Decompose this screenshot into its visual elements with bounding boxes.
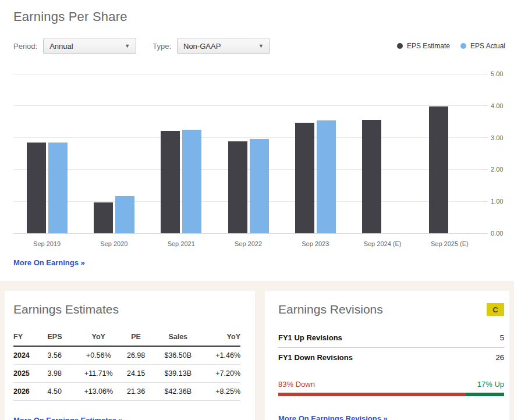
- estimates-table: FY EPS YoY PE Sales YoY 2024 3.56 +0.56%…: [13, 329, 240, 401]
- gridline: [13, 105, 483, 106]
- chevron-down-icon: ▼: [125, 43, 130, 49]
- cell-fy: 2025: [13, 365, 48, 383]
- chart-legend: EPS Estimate EPS Actual: [397, 42, 505, 50]
- y-axis-label: 0.00: [491, 230, 503, 237]
- bar-eps-actual[interactable]: [317, 120, 336, 233]
- bar-eps-actual[interactable]: [48, 143, 68, 233]
- type-select-value: Non-GAAP: [183, 42, 258, 51]
- bar-eps-estimate[interactable]: [362, 120, 381, 233]
- actual-dot-icon: [460, 43, 466, 49]
- eps-bar-chart: 0.001.002.003.004.005.00Sep 2019Sep 2020…: [0, 74, 514, 248]
- col-header-eps: EPS: [48, 329, 80, 346]
- bar-eps-estimate[interactable]: [228, 141, 247, 233]
- earnings-page: Earnings Per Share Period: Annual ▼ Type…: [0, 0, 514, 420]
- down-percent-label: 83% Down: [278, 380, 315, 389]
- cell-fy: 2026: [13, 383, 48, 401]
- down-revisions-label: FY1 Down Revisions: [278, 353, 353, 362]
- cell-sales-yoy: +7.20%: [202, 365, 240, 383]
- cell-pe: 24.15: [118, 365, 154, 383]
- up-percent-label: 17% Up: [477, 380, 504, 389]
- list-item: FY1 Down Revisions 26: [278, 347, 504, 367]
- cell-pe: 26.98: [118, 346, 154, 365]
- meter-down-segment: [278, 393, 466, 396]
- more-on-earnings-link[interactable]: More On Earnings »: [13, 258, 85, 267]
- y-axis-label: 3.00: [491, 134, 503, 141]
- meter-up-segment: [466, 393, 504, 396]
- col-header-pe: PE: [118, 329, 154, 346]
- y-axis-label: 2.00: [491, 166, 503, 173]
- col-header-eps-yoy: YoY: [79, 329, 118, 346]
- y-axis-label: 5.00: [491, 70, 503, 77]
- bar-eps-estimate[interactable]: [429, 106, 448, 233]
- cell-eps-yoy: +13.06%: [79, 383, 118, 401]
- cell-sales: $39.13B: [154, 365, 202, 383]
- cell-pe: 21.36: [118, 383, 154, 401]
- x-axis-label: Sep 2019: [33, 240, 61, 247]
- gridline: [13, 201, 483, 202]
- earnings-estimates-card: Earnings Estimates FY EPS YoY PE Sales Y…: [5, 291, 255, 420]
- gridline: [13, 169, 483, 170]
- bar-eps-estimate[interactable]: [295, 123, 314, 233]
- cell-eps: 3.98: [48, 365, 80, 383]
- y-axis-label: 1.00: [491, 198, 503, 205]
- cell-sales: $36.50B: [154, 346, 202, 365]
- bar-eps-actual[interactable]: [250, 139, 269, 233]
- cell-eps: 4.50: [48, 383, 80, 401]
- bottom-section: Earnings Estimates FY EPS YoY PE Sales Y…: [0, 281, 514, 420]
- cell-sales-yoy: +1.46%: [202, 346, 240, 365]
- revisions-meter-bar: [278, 393, 504, 396]
- legend-item-actual[interactable]: EPS Actual: [460, 42, 505, 50]
- gridline: [13, 74, 483, 74]
- bar-eps-actual[interactable]: [182, 130, 201, 233]
- period-select-value: Annual: [49, 42, 125, 51]
- cell-fy: 2024: [13, 346, 48, 365]
- chevron-down-icon: ▼: [258, 43, 264, 49]
- bar-eps-estimate[interactable]: [94, 202, 113, 233]
- col-header-fy: FY: [13, 329, 48, 346]
- cell-sales-yoy: +8.25%: [202, 383, 240, 401]
- more-on-estimates-link[interactable]: More On Earnings Estimates »: [13, 416, 123, 420]
- x-axis-label: Sep 2020: [100, 240, 127, 247]
- y-axis-tick: [483, 169, 488, 170]
- cell-eps-yoy: +11.71%: [79, 365, 118, 383]
- revisions-title: Earnings Revisions: [278, 302, 383, 316]
- bar-eps-actual[interactable]: [115, 196, 134, 233]
- chart-controls: Period: Annual ▼ Type: Non-GAAP ▼ EPS Es…: [13, 38, 505, 54]
- gridline: [13, 233, 483, 234]
- revisions-grade-badge[interactable]: C: [487, 303, 504, 316]
- period-select[interactable]: Annual ▼: [43, 38, 136, 54]
- revisions-meter: 83% Down 17% Up: [278, 380, 504, 396]
- legend-item-estimate[interactable]: EPS Estimate: [397, 42, 450, 50]
- x-axis-label: Sep 2025 (E): [431, 240, 469, 247]
- eps-chart-plot: [13, 74, 483, 233]
- eps-section: Earnings Per Share Period: Annual ▼ Type…: [0, 0, 514, 281]
- table-row: 2024 3.56 +0.56% 26.98 $36.50B +1.46%: [13, 346, 240, 365]
- x-axis-label: Sep 2022: [235, 240, 262, 247]
- up-revisions-label: FY1 Up Revisions: [278, 333, 342, 342]
- y-axis-label: 4.00: [491, 102, 503, 109]
- y-axis-tick: [483, 74, 488, 74]
- bar-eps-estimate[interactable]: [161, 131, 180, 233]
- cell-sales: $42.36B: [154, 383, 202, 401]
- revisions-rows: FY1 Up Revisions 5 FY1 Down Revisions 26: [278, 328, 504, 367]
- type-select[interactable]: Non-GAAP ▼: [177, 38, 270, 54]
- gridline: [13, 137, 483, 138]
- more-on-revisions-link[interactable]: More On Earnings Revisions »: [278, 414, 388, 420]
- col-header-sales: Sales: [154, 329, 202, 346]
- down-revisions-value: 26: [496, 353, 504, 362]
- y-axis-tick: [483, 233, 488, 234]
- x-axis-label: Sep 2023: [302, 240, 329, 247]
- type-label: Type:: [153, 42, 171, 51]
- y-axis-tick: [483, 137, 488, 138]
- list-item: FY1 Up Revisions 5: [278, 328, 504, 347]
- legend-estimate-label: EPS Estimate: [407, 42, 450, 50]
- estimates-header-row: FY EPS YoY PE Sales YoY: [13, 329, 240, 346]
- cell-eps: 3.56: [48, 346, 80, 365]
- table-row: 2025 3.98 +11.71% 24.15 $39.13B +7.20%: [13, 365, 240, 383]
- period-label: Period:: [13, 42, 37, 51]
- page-title: Earnings Per Share: [13, 9, 127, 24]
- y-axis-tick: [483, 201, 488, 202]
- bar-eps-estimate[interactable]: [27, 143, 46, 233]
- table-row: 2026 4.50 +13.06% 21.36 $42.36B +8.25%: [13, 383, 240, 401]
- x-axis-label: Sep 2024 (E): [364, 240, 402, 247]
